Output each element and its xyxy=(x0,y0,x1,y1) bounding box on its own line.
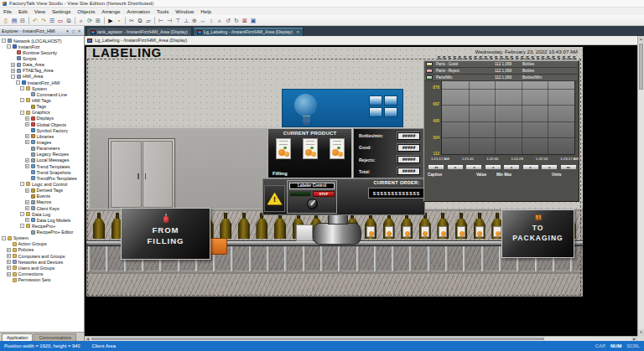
trend-scroll-button[interactable]: ▸▸ xyxy=(560,164,577,170)
tree-item[interactable]: -HMI Tags xyxy=(0,97,84,103)
menu-animation[interactable]: Animation xyxy=(123,8,153,14)
explorer-tab-application[interactable]: Application xyxy=(2,333,33,342)
to-packaging-button[interactable]: TO PACKAGING xyxy=(501,209,574,258)
tree-item[interactable]: Action Groups xyxy=(0,241,84,247)
tree-expander[interactable]: + xyxy=(7,272,11,276)
zoom-in-icon[interactable]: ⌕ xyxy=(216,16,224,25)
find-icon[interactable]: ⌕ xyxy=(77,16,86,25)
tree-item[interactable]: +Macros xyxy=(0,199,84,205)
scroll-down-arrow[interactable]: ▼ xyxy=(638,329,644,336)
tree-item[interactable]: -InstantFizz_HMI xyxy=(0,80,84,85)
trend-scroll-button[interactable]: ▸ xyxy=(522,164,539,170)
link-icon[interactable]: ⧉ xyxy=(65,16,73,25)
new-display-icon[interactable]: ▯ xyxy=(2,16,10,25)
tree-expander[interactable]: - xyxy=(11,75,15,79)
tree-item[interactable]: Scripts xyxy=(0,55,84,61)
stop-test-icon[interactable]: ▪ xyxy=(115,16,123,25)
tree-item[interactable]: +Global Objects xyxy=(0,121,84,127)
current-product-panel[interactable]: CURRENT PRODUCT Filling xyxy=(267,128,352,178)
tree-item[interactable]: +FTAETag_Area xyxy=(0,68,84,74)
tree-item[interactable]: -RecipePro+ xyxy=(0,223,84,229)
trend-scroll-button[interactable]: ◂ xyxy=(485,164,501,170)
tree-item[interactable]: TrendPro Templates xyxy=(0,175,84,181)
tree-item[interactable]: +Images xyxy=(0,139,84,145)
tree-expander[interactable]: - xyxy=(2,39,6,43)
document-tab[interactable]: Lg_Labeling - /InstantFizz/HMI_Area (Dis… xyxy=(193,27,304,36)
production-stats-panel[interactable]: Bottles/min:#####Good:#####Rejects:#####… xyxy=(353,128,425,178)
current-order-value[interactable]: SSSSSSSSSSSSS xyxy=(368,188,425,199)
tree-expander[interactable]: - xyxy=(20,86,24,90)
trend-scroll-button[interactable]: ◂◂ xyxy=(428,164,444,170)
tree-item[interactable]: Events xyxy=(0,194,84,199)
start-indicator[interactable] xyxy=(289,191,311,197)
legend-row[interactable]: Parts - Reject112 1,069Bottles xyxy=(424,68,577,75)
refresh-icon[interactable]: ⟳ xyxy=(86,16,94,25)
rectangle-tool-icon[interactable]: ▭ xyxy=(56,16,65,25)
copy-icon[interactable]: ⧉ xyxy=(136,16,144,25)
menu-view[interactable]: View xyxy=(31,8,49,14)
tree-item[interactable]: -Network (LOCALHOST) xyxy=(0,38,84,44)
tree-expander[interactable]: + xyxy=(25,164,29,168)
close-icon[interactable]: ✕ xyxy=(76,28,82,34)
from-filling-button[interactable]: FROM FILLING xyxy=(121,208,210,260)
vertical-scrollbar[interactable]: ▲ ▼ xyxy=(637,36,644,336)
tree-item[interactable]: Tags xyxy=(0,104,84,110)
object-list-icon[interactable]: ☰ xyxy=(48,16,56,25)
tree-item[interactable]: -System xyxy=(0,235,84,241)
menu-arrange[interactable]: Arrange xyxy=(98,8,123,14)
tree-expander[interactable]: - xyxy=(2,236,6,240)
tree-item[interactable]: Legacy Recipes xyxy=(0,152,84,157)
paste-icon[interactable]: ▱ xyxy=(144,16,153,25)
trend-scroll-button[interactable]: ▸ xyxy=(503,164,520,170)
menu-edit[interactable]: Edit xyxy=(15,8,31,14)
menu-settings[interactable]: Settings xyxy=(49,8,74,14)
menu-window[interactable]: Window xyxy=(172,8,197,14)
electrical-cabinet[interactable] xyxy=(108,138,175,210)
tree-item[interactable]: -HMI_Area xyxy=(0,74,84,80)
properties-icon[interactable]: ▣ xyxy=(249,16,257,25)
align-left-icon[interactable]: ⊢ xyxy=(157,16,165,25)
tree-item[interactable]: +Connections xyxy=(0,271,84,276)
legend-row[interactable]: Parts - Good112 1,069Bottles xyxy=(424,61,577,68)
redo-icon[interactable]: ↷ xyxy=(39,16,48,25)
tree-expander[interactable]: + xyxy=(7,254,11,258)
distribute-v-icon[interactable]: ↕ xyxy=(207,16,216,25)
tree-item[interactable]: Parameters xyxy=(0,146,84,152)
center-icon[interactable]: ⊕ xyxy=(190,16,199,25)
rotate-left-icon[interactable]: ↺ xyxy=(224,16,232,25)
labeler-machine-panel[interactable] xyxy=(282,89,403,127)
labeler-control-panel[interactable]: Labeler Control STOP xyxy=(287,180,337,214)
tree-item[interactable]: -InstantFizz xyxy=(0,44,84,49)
tree-item[interactable]: +Policies xyxy=(0,247,84,253)
tree-item[interactable]: -Logic and Control xyxy=(0,181,84,187)
save-icon[interactable]: ▤ xyxy=(10,16,18,25)
rotate-right-icon[interactable]: ↻ xyxy=(232,16,241,25)
menu-help[interactable]: Help xyxy=(197,8,215,14)
tree-expander[interactable]: + xyxy=(25,134,29,138)
menu-tools[interactable]: Tools xyxy=(153,8,172,14)
display-canvas[interactable]: CURRENT PRODUCT Filling Bottles/min:####… xyxy=(86,47,583,297)
tree-item[interactable]: +Computers and Groups xyxy=(0,253,84,259)
tree-item[interactable]: +Libraries xyxy=(0,133,84,139)
delete-icon[interactable]: ⊠ xyxy=(241,16,249,25)
tree-expander[interactable]: - xyxy=(20,182,24,186)
tree-expander[interactable]: + xyxy=(25,218,29,222)
tree-expander[interactable]: + xyxy=(11,69,15,73)
float-pane-icon[interactable]: ◻ xyxy=(70,28,76,34)
tree-item[interactable]: +Users and Groups xyxy=(0,265,84,271)
tree-expander[interactable]: + xyxy=(25,200,29,204)
tree-item[interactable]: +Data_Area xyxy=(0,62,84,68)
align-right-icon[interactable]: ⊣ xyxy=(165,16,174,25)
tree-expander[interactable]: - xyxy=(7,44,11,49)
tree-expander[interactable]: + xyxy=(7,266,11,270)
tree-expander[interactable]: - xyxy=(20,224,24,228)
tree-expander[interactable]: + xyxy=(25,122,29,126)
control-knob[interactable] xyxy=(307,199,318,209)
distribute-h-icon[interactable]: ↔ xyxy=(199,16,207,25)
align-bottom-icon[interactable]: ⊥ xyxy=(182,16,190,25)
tree-expander[interactable]: - xyxy=(16,80,20,85)
tree-item[interactable]: RecipePro+ Editor xyxy=(0,230,84,235)
menu-objects[interactable]: Objects xyxy=(74,8,98,14)
tree-item[interactable]: Runtime Security xyxy=(0,49,84,55)
menu-file[interactable]: File xyxy=(0,8,15,14)
